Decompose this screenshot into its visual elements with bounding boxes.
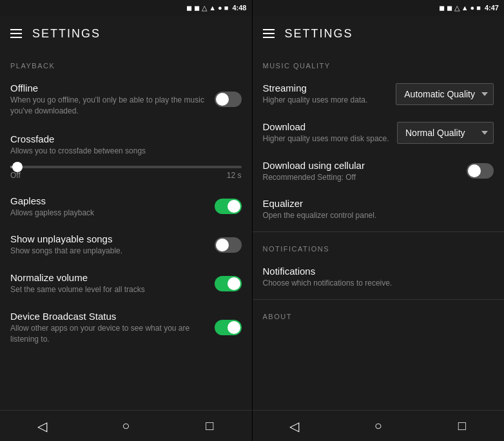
left-nav-home[interactable]: ○: [113, 413, 139, 439]
right-header: SETTINGS: [253, 15, 505, 52]
show-unplayable-text: Show unplayable songs Show songs that ar…: [10, 233, 215, 257]
crossfade-subtitle: Allows you to crossfade between songs: [10, 146, 234, 157]
download-title: Download: [263, 121, 390, 132]
crossfade-slider-track[interactable]: [10, 166, 242, 168]
right-menu-button[interactable]: [263, 29, 275, 38]
streaming-dropdown-value: Automatic Quality: [404, 89, 475, 99]
streaming-dropdown[interactable]: Automatic Quality: [396, 83, 494, 105]
notifications-title: Notifications: [263, 266, 487, 277]
device-broadcast-subtitle: Allow other apps on your device to see w…: [10, 323, 207, 345]
right-header-title: SETTINGS: [285, 27, 353, 41]
equalizer-row[interactable]: Equalizer Open the equalizer control pan…: [253, 190, 505, 229]
gapless-toggle-knob: [228, 200, 240, 213]
gapless-title: Gapless: [10, 195, 207, 206]
offline-text: Offline When you go offline, you'll only…: [10, 83, 215, 117]
left-header-title: SETTINGS: [32, 27, 101, 41]
streaming-text: Streaming Higher quality uses more data.: [263, 83, 396, 106]
notifications-row[interactable]: Notifications Choose which notifications…: [253, 258, 505, 297]
right-bottom-nav: ◁ ○ □: [253, 410, 505, 441]
right-content: MUSIC QUALITY Streaming Higher quality u…: [253, 52, 505, 410]
notifications-section-header: NOTIFICATIONS: [253, 235, 505, 258]
left-time: 4:48: [232, 4, 246, 12]
download-dropdown[interactable]: Normal Quality: [397, 122, 494, 144]
equalizer-title: Equalizer: [263, 198, 487, 209]
offline-toggle-knob: [216, 93, 229, 106]
equalizer-text: Equalizer Open the equalizer control pan…: [263, 198, 494, 221]
show-unplayable-toggle[interactable]: [215, 237, 242, 253]
left-menu-button[interactable]: [10, 29, 22, 38]
offline-subtitle: When you go offline, you'll only be able…: [10, 95, 207, 117]
crossfade-slider-row: Off 12 s: [0, 161, 252, 188]
crossfade-title: Crossfade: [10, 133, 234, 144]
crossfade-label-max: 12 s: [227, 171, 242, 180]
about-section-header: ABOUT: [253, 302, 505, 326]
right-time: 4:47: [485, 4, 499, 12]
download-text: Download Higher quality uses more disk s…: [263, 121, 398, 144]
right-panel: ◼ ◼ △ ▲ ● ■ 4:47 SETTINGS MUSIC QUALITY …: [252, 0, 505, 441]
device-broadcast-toggle[interactable]: [215, 320, 242, 335]
show-unplayable-toggle-knob: [216, 239, 229, 251]
download-dropdown-value: Normal Quality: [405, 128, 465, 138]
normalize-volume-toggle-knob: [228, 277, 240, 290]
left-content: PLAYBACK Offline When you go offline, yo…: [0, 52, 252, 410]
divider-2: [253, 299, 505, 300]
crossfade-text: Crossfade Allows you to crossfade betwee…: [10, 133, 242, 157]
gapless-text: Gapless Allows gapless playback: [10, 195, 215, 219]
streaming-subtitle: Higher quality uses more data.: [263, 95, 389, 106]
device-broadcast-title: Device Broadcast Status: [10, 311, 207, 322]
crossfade-label-off: Off: [10, 171, 21, 180]
device-broadcast-text: Device Broadcast Status Allow other apps…: [10, 311, 215, 345]
left-bottom-nav: ◁ ○ □: [0, 410, 252, 441]
device-broadcast-toggle-knob: [228, 321, 240, 334]
download-cellular-text: Download using cellular Recommended Sett…: [263, 160, 467, 183]
download-dropdown-arrow: [481, 131, 488, 135]
left-nav-back[interactable]: ◁: [29, 413, 55, 439]
download-cellular-title: Download using cellular: [263, 160, 460, 171]
show-unplayable-subtitle: Show songs that are unplayable.: [10, 246, 207, 257]
right-status-bar: ◼ ◼ △ ▲ ● ■ 4:47: [253, 0, 505, 15]
offline-title: Offline: [10, 83, 207, 93]
crossfade-slider-thumb[interactable]: [12, 162, 23, 172]
download-subtitle: Higher quality uses more disk space.: [263, 133, 390, 144]
crossfade-slider-labels: Off 12 s: [10, 171, 242, 180]
streaming-row: Streaming Higher quality uses more data.…: [253, 75, 505, 113]
download-row: Download Higher quality uses more disk s…: [253, 113, 505, 152]
notifications-subtitle: Choose which notifications to receive.: [263, 278, 487, 289]
equalizer-subtitle: Open the equalizer control panel.: [263, 210, 487, 221]
normalize-volume-toggle[interactable]: [215, 276, 242, 291]
show-unplayable-row: Show unplayable songs Show songs that ar…: [0, 226, 252, 264]
gapless-subtitle: Allows gapless playback: [10, 208, 207, 219]
left-status-icons: ◼ ◼ △ ▲ ● ■: [186, 4, 228, 12]
divider-1: [253, 231, 505, 232]
streaming-dropdown-arrow: [481, 92, 488, 96]
normalize-volume-title: Normalize volume: [10, 272, 207, 283]
left-status-bar: ◼ ◼ △ ▲ ● ■ 4:48: [0, 0, 252, 15]
gapless-row: Gapless Allows gapless playback: [0, 188, 252, 226]
offline-row: Offline When you go offline, you'll only…: [0, 75, 252, 124]
download-cellular-toggle[interactable]: [467, 163, 494, 179]
download-cellular-row: Download using cellular Recommended Sett…: [253, 152, 505, 191]
notifications-text: Notifications Choose which notifications…: [263, 266, 494, 289]
crossfade-row: Crossfade Allows you to crossfade betwee…: [0, 124, 252, 161]
download-cellular-subtitle: Recommended Setting: Off: [263, 172, 460, 183]
right-nav-recent[interactable]: □: [449, 413, 475, 439]
normalize-volume-row: Normalize volume Set the same volume lev…: [0, 264, 252, 303]
music-quality-section-header: MUSIC QUALITY: [253, 52, 505, 75]
normalize-volume-subtitle: Set the same volume level for all tracks: [10, 284, 207, 295]
download-cellular-toggle-knob: [468, 164, 481, 177]
left-nav-recent[interactable]: □: [197, 413, 222, 439]
device-broadcast-row: Device Broadcast Status Allow other apps…: [0, 303, 252, 353]
streaming-title: Streaming: [263, 83, 389, 93]
right-nav-back[interactable]: ◁: [282, 413, 307, 439]
right-nav-home[interactable]: ○: [365, 413, 391, 439]
show-unplayable-title: Show unplayable songs: [10, 233, 207, 244]
gapless-toggle[interactable]: [215, 199, 242, 214]
normalize-volume-text: Normalize volume Set the same volume lev…: [10, 272, 215, 295]
left-panel: ◼ ◼ △ ▲ ● ■ 4:48 SETTINGS PLAYBACK Offli…: [0, 0, 252, 441]
right-status-icons: ◼ ◼ △ ▲ ● ■: [439, 4, 481, 12]
left-header: SETTINGS: [0, 15, 252, 52]
offline-toggle[interactable]: [215, 92, 242, 107]
playback-section-header: PLAYBACK: [0, 52, 252, 75]
